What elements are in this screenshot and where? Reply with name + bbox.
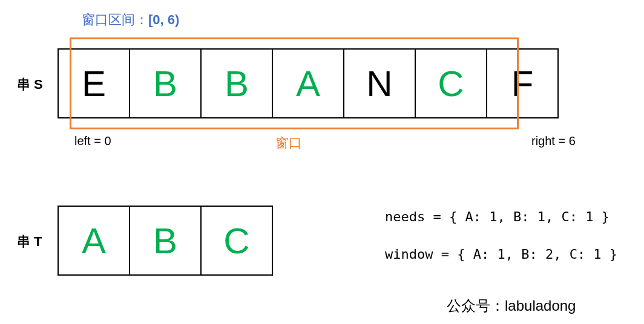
string-s-cell-6: F	[486, 48, 559, 118]
string-t-cell-0: A	[58, 206, 130, 276]
string-s-label: 串 S	[17, 76, 43, 94]
string-s-cell-0: E	[58, 48, 130, 118]
string-t-cell-1: B	[129, 206, 202, 276]
string-t-label: 串 T	[17, 233, 42, 251]
right-pointer-label: right = 6	[531, 134, 576, 148]
string-s-cell-2: B	[200, 48, 273, 118]
string-s-row: EBBANCF	[58, 48, 559, 118]
window-label: 窗口	[275, 134, 302, 152]
left-pointer-label: left = 0	[74, 134, 111, 148]
interval-value: [0, 6)	[148, 12, 179, 27]
window-map-label: window = { A: 1, B: 2, C: 1 }	[385, 247, 617, 262]
interval-prefix: 窗口区间：	[82, 12, 148, 27]
window-interval-label: 窗口区间：[0, 6)	[82, 11, 179, 29]
string-s-cell-5: C	[415, 48, 487, 118]
string-s-cell-1: B	[129, 48, 202, 118]
string-s-cell-3: A	[272, 48, 344, 118]
string-s-cell-4: N	[343, 48, 416, 118]
string-t-row: ABC	[58, 206, 273, 276]
needs-map-label: needs = { A: 1, B: 1, C: 1 }	[385, 209, 610, 224]
credit-label: 公众号：labuladong	[447, 296, 576, 316]
string-t-cell-2: C	[200, 206, 273, 276]
